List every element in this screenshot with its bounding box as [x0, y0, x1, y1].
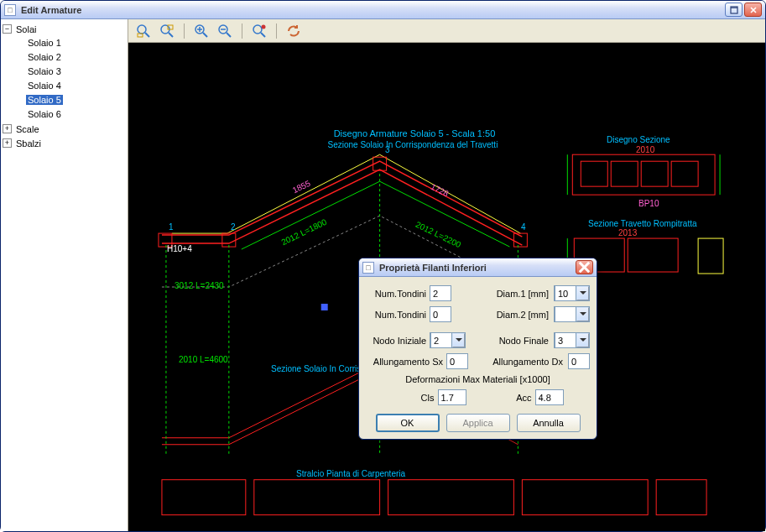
apply-button[interactable]: Applica [446, 414, 510, 432]
close-button[interactable] [744, 3, 762, 17]
dim-2013: 2013 [618, 228, 637, 237]
svg-rect-23 [641, 161, 668, 186]
nodo-iniziale-combo[interactable] [430, 332, 466, 348]
tree-node-solaio-1[interactable]: Solaio 1 [26, 36, 126, 50]
num-tondini-2-label: Num.Tondini [366, 310, 426, 320]
right-top-title: Disegno Sezione [607, 135, 670, 144]
tree-node-solai[interactable]: − Solai Solaio 1 Solaio 2 Solaio 3 Solai… [14, 23, 126, 123]
toolbar-separator [184, 23, 185, 39]
dialog-title: Proprietà Filanti Inferiori [379, 263, 576, 273]
rebar-label-1: 3012 L=2430 [175, 281, 224, 290]
allung-sx-label: Allungamento Sx [366, 357, 443, 367]
window-title: Edit Armature [21, 5, 725, 15]
svg-line-5 [145, 33, 149, 37]
note-h10: H10+4 [167, 244, 192, 253]
zoom-out-icon[interactable] [215, 22, 235, 40]
filanti-inferiori-dialog: □ Proprietà Filanti Inferiori Num.Tondin… [358, 258, 597, 440]
dim-2010: 2010 [636, 145, 654, 154]
svg-rect-24 [671, 161, 698, 186]
tree-node-solaio-6[interactable]: Solaio 6 [26, 107, 126, 122]
zoom-reset-icon[interactable] [249, 22, 269, 40]
svg-line-8 [169, 33, 173, 37]
dialog-titlebar[interactable]: □ Proprietà Filanti Inferiori [359, 258, 597, 277]
tree-node-solaio-4[interactable]: Solaio 4 [26, 79, 126, 93]
diam2-combo[interactable] [554, 306, 590, 322]
right-mid-title: Sezione Travetto Rompitratta [588, 219, 697, 228]
chevron-down-icon[interactable] [576, 333, 589, 347]
num-tondini-2-input[interactable] [430, 306, 451, 322]
tree-view[interactable]: − Solai Solaio 1 Solaio 2 Solaio 3 Solai… [1, 19, 128, 531]
collapse-icon[interactable]: − [3, 24, 12, 34]
nodo-finale-combo[interactable] [554, 332, 590, 348]
dialog-icon: □ [362, 262, 374, 274]
rebar-label-base: 2010 L=4600 [179, 355, 228, 364]
nodo-iniziale-label: Nodo Iniziale [366, 336, 426, 346]
maximize-button[interactable] [725, 3, 743, 17]
tree-node-scale[interactable]: + Scale [14, 123, 126, 137]
diam1-combo[interactable] [554, 285, 590, 301]
svg-point-4 [138, 25, 146, 34]
svg-rect-21 [581, 161, 607, 186]
tree-node-sbalzi[interactable]: + Sbalzi [14, 137, 126, 151]
window-controls [725, 3, 762, 17]
svg-rect-35 [321, 304, 328, 310]
titlebar[interactable]: □ Edit Armature [1, 1, 765, 19]
diam2-input[interactable] [555, 306, 576, 322]
expand-icon[interactable]: + [3, 124, 12, 133]
chevron-down-icon[interactable] [576, 286, 589, 300]
svg-rect-41 [254, 480, 380, 515]
deform-heading: Deformazioni Max Materiali [x1000] [366, 374, 590, 384]
svg-line-11 [203, 33, 207, 37]
toolbar [128, 19, 765, 43]
svg-rect-43 [522, 480, 648, 515]
svg-line-15 [227, 33, 231, 37]
tree-node-solaio-5[interactable]: Solaio 5 [26, 93, 126, 107]
allung-dx-input[interactable] [568, 353, 590, 369]
toolbar-separator [276, 23, 277, 39]
node-label-3: 3 [385, 145, 390, 154]
allung-sx-input[interactable] [446, 353, 468, 369]
dialog-close-button[interactable] [576, 260, 593, 274]
cls-input[interactable] [438, 389, 466, 405]
cancel-button[interactable]: Annulla [517, 414, 581, 432]
diam1-input[interactable] [555, 285, 576, 301]
num-tondini-1-label: Num.Tondini [366, 289, 426, 299]
nodo-finale-label: Nodo Finale [469, 336, 549, 346]
svg-rect-28 [628, 238, 678, 272]
node-label-4: 4 [521, 222, 526, 232]
svg-point-19 [262, 24, 266, 29]
ok-button[interactable]: OK [376, 414, 440, 432]
tree-node-solaio-3[interactable]: Solaio 3 [26, 65, 126, 79]
tree-node-solaio-2[interactable]: Solaio 2 [26, 50, 126, 65]
dim-bp10: BP10 [638, 199, 659, 208]
window-icon: □ [4, 4, 16, 16]
svg-rect-42 [388, 480, 514, 515]
expand-icon[interactable]: + [3, 138, 12, 148]
svg-rect-20 [572, 154, 715, 195]
svg-rect-40 [162, 480, 246, 515]
zoom-in-icon[interactable] [191, 22, 211, 40]
zoom-extents-icon[interactable] [133, 22, 154, 40]
diam1-label: Diam.1 [mm] [455, 289, 549, 299]
dialog-body: Num.Tondini Diam.1 [mm] Num.Tondini Diam… [359, 277, 597, 439]
zoom-window-icon[interactable] [157, 22, 177, 40]
svg-rect-22 [611, 161, 638, 186]
acc-input[interactable] [535, 389, 564, 405]
nodo-iniziale-input[interactable] [430, 332, 452, 348]
diam2-label: Diam.2 [mm] [455, 310, 549, 320]
allung-dx-label: Allungamento Dx [472, 357, 563, 367]
toolbar-separator [242, 23, 242, 39]
chevron-down-icon[interactable] [576, 307, 589, 321]
plan-label: Stralcio Pianta di Carpenteria [296, 469, 405, 478]
num-tondini-1-input[interactable] [430, 285, 451, 301]
node-label-2: 2 [231, 222, 236, 232]
cls-label: Cls [393, 393, 435, 403]
svg-line-18 [261, 33, 265, 37]
regen-icon[interactable] [284, 22, 304, 40]
svg-rect-29 [698, 238, 723, 274]
chevron-down-icon[interactable] [452, 333, 465, 347]
node-label-1: 1 [169, 222, 174, 232]
acc-label: Acc [498, 393, 532, 403]
svg-rect-44 [656, 480, 706, 515]
nodo-finale-input[interactable] [555, 332, 576, 348]
